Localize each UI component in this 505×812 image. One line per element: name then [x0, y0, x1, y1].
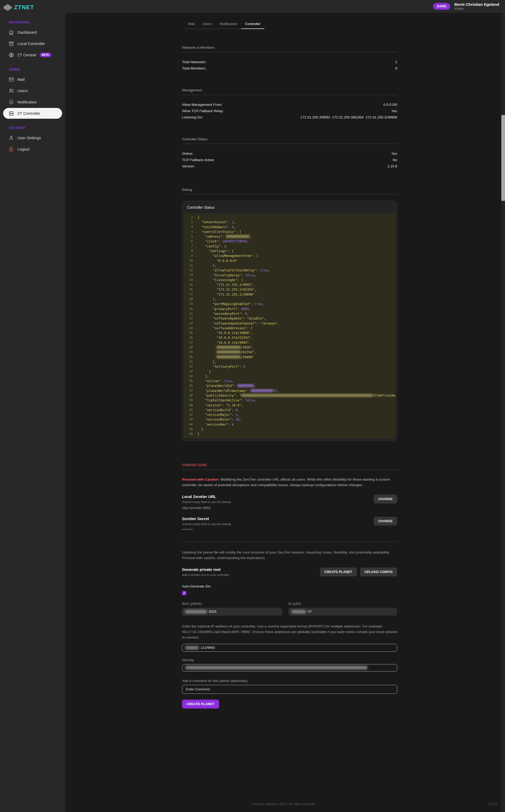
user-menu[interactable]: Bernt Christian Egeland ADMIN	[454, 2, 499, 11]
code-token: ,	[255, 399, 257, 402]
auto-generate-checkbox[interactable]: ✓	[182, 591, 186, 595]
collapse-caret-icon[interactable]: ⌄	[194, 249, 197, 254]
info-row-label: Allow Management From:	[182, 102, 222, 107]
code-line-content: "10.0.0.214/39898",	[197, 330, 395, 335]
tab-users[interactable]: Users	[199, 20, 216, 29]
collapse-caret-icon[interactable]: ⌄	[194, 244, 197, 249]
code-line-content: "clock": 1693037729059,	[197, 239, 395, 244]
line-number: 16	[184, 287, 194, 292]
plid-input[interactable]: 57	[288, 608, 397, 616]
line-number: 30	[184, 355, 194, 360]
code-token: "settings": {	[197, 249, 233, 253]
code-token: ,	[255, 273, 257, 277]
create-planet-button[interactable]: CREATE PLANET	[182, 700, 219, 708]
collapse-caret-icon[interactable]: ⌄	[194, 326, 197, 330]
sidebar-item-logout[interactable]: Logout	[3, 144, 62, 154]
line-number: 6	[184, 239, 194, 244]
external-ip-value: 122/9993	[201, 646, 215, 650]
code-token: }	[197, 370, 211, 374]
change-secret-button[interactable]: CHANGE	[374, 517, 397, 526]
code-line-content: "versionRev": 6	[197, 422, 395, 427]
sidebar-item-notification[interactable]: Notification	[3, 97, 62, 107]
soundwave-logo-icon	[4, 4, 12, 11]
main-content: MailUsersNotificationController Networks…	[65, 13, 501, 812]
code-token: /62354",	[241, 350, 256, 354]
code-line-content: "softwareUpdate": "disable",	[197, 316, 395, 321]
collapse-caret-icon[interactable]: ⌄	[194, 254, 197, 258]
info-row-value: No	[393, 158, 397, 162]
external-ip-input[interactable]: 122/9993	[182, 644, 397, 652]
line-number: 20	[184, 307, 194, 311]
code-line: 38 "publicIdentity": "2f5d0f21e20ea	[184, 393, 395, 398]
code-line-content: "versionBuild": 0,	[197, 408, 395, 412]
collapse-caret-icon	[194, 287, 197, 292]
upload-config-button[interactable]: UPLOAD CONFIG	[360, 567, 397, 576]
section-networks-members: Networks & MembersTotal Networks:2Total …	[182, 45, 397, 71]
code-line: 14⌄ "listeningOn": [	[184, 278, 395, 282]
info-row-label: Total Members:	[182, 66, 206, 71]
code-line: 44 "versionRev": 6	[184, 422, 395, 427]
sidebar-item-users[interactable]: Users	[3, 85, 62, 96]
sidebar-item-zt-controller[interactable]: ZT Controller	[3, 108, 62, 119]
code-token	[197, 346, 216, 349]
collapse-caret-icon	[194, 393, 197, 398]
code-token: "10.0.0.214/39898",	[197, 331, 253, 335]
code-line-content: "address": ,	[197, 234, 395, 239]
tab-controller[interactable]: Controller	[241, 20, 265, 29]
nav-section-navigation: NAVIGATION	[0, 14, 65, 26]
birth-input[interactable]: 9325	[182, 608, 283, 616]
code-line-content: "172.31.255.3/62354",	[197, 287, 395, 292]
code-line: 36 "planetWorldId": ,	[184, 384, 395, 388]
collapse-caret-icon	[194, 297, 197, 302]
info-row-label: Online:	[182, 151, 193, 156]
code-line-content: "publicIdentity": "2f5d0f21e20ea	[197, 393, 395, 398]
tab-mail[interactable]: Mail	[184, 20, 199, 29]
collapse-caret-icon	[194, 364, 197, 369]
collapse-caret-icon[interactable]: ⌄	[194, 278, 197, 282]
theme-toggle-button[interactable]: DARK	[433, 3, 450, 10]
code-line-content: "config": {	[197, 244, 395, 249]
code-token: 0	[243, 365, 245, 369]
redacted-token	[237, 384, 254, 387]
code-line-content: "version": "1.10.6",	[197, 403, 395, 408]
collapse-caret-icon[interactable]: ⌄	[194, 215, 197, 220]
code-token: false	[245, 399, 255, 402]
sidebar-item-user-settings[interactable]: User Settings	[3, 132, 62, 143]
info-row-label: Listening On:	[182, 115, 203, 120]
line-number: 11	[184, 263, 194, 268]
sidebar-item-zt-central[interactable]: ZT CentralBETA	[3, 49, 62, 60]
line-number: 14	[184, 278, 194, 282]
collapse-caret-icon	[194, 408, 197, 412]
collapse-caret-icon[interactable]: ⌄	[194, 230, 197, 234]
line-number: 5	[184, 234, 194, 239]
code-token: "172.31.255.3/39898"	[197, 293, 255, 296]
create-planet-button-top[interactable]: CREATE PLANET	[320, 567, 357, 576]
comment-input[interactable]	[182, 685, 397, 694]
change-local-url-button[interactable]: CHANGE	[374, 495, 397, 504]
code-token	[197, 350, 216, 354]
code-line: 12 "allowTcpFallbackRelay": true,	[184, 268, 395, 273]
app-logo[interactable]: ZTNET	[0, 0, 65, 14]
scrollbar-track[interactable]	[501, 13, 505, 812]
section-title: Controller Status	[182, 137, 397, 144]
collapse-caret-icon	[194, 311, 197, 316]
tab-notification[interactable]: Notification	[216, 20, 241, 29]
scrollbar-thumb[interactable]	[501, 115, 505, 201]
sidebar-item-mail[interactable]: Mail	[3, 74, 62, 85]
line-number: 45	[184, 427, 194, 432]
sidebar-item-local-controller[interactable]: Local Controller	[3, 38, 62, 49]
sidebar-item-dashboard[interactable]: Dashboard	[3, 27, 62, 38]
code-token: ],	[197, 360, 216, 364]
danger-zone-section: DANGER ZONE Proceed with Caution: Modify…	[182, 463, 397, 708]
code-token: ,	[262, 302, 264, 306]
nav-section-admin: ADMIN	[0, 61, 65, 74]
info-row: Total Members:9	[182, 65, 397, 71]
code-line-content: "softwareUpdateChannel": "release",	[197, 321, 395, 326]
code-line-content: "primaryPort": 9993,	[197, 307, 395, 311]
collapse-caret-icon	[194, 263, 197, 268]
line-number: 31	[184, 360, 194, 364]
line-number: 9	[184, 254, 194, 258]
code-token: 13	[273, 389, 277, 393]
json-code-block[interactable]: 1⌄{2 "networkCount": 2,3 "totalMembers":…	[184, 213, 395, 438]
identity-input[interactable]	[182, 664, 397, 671]
